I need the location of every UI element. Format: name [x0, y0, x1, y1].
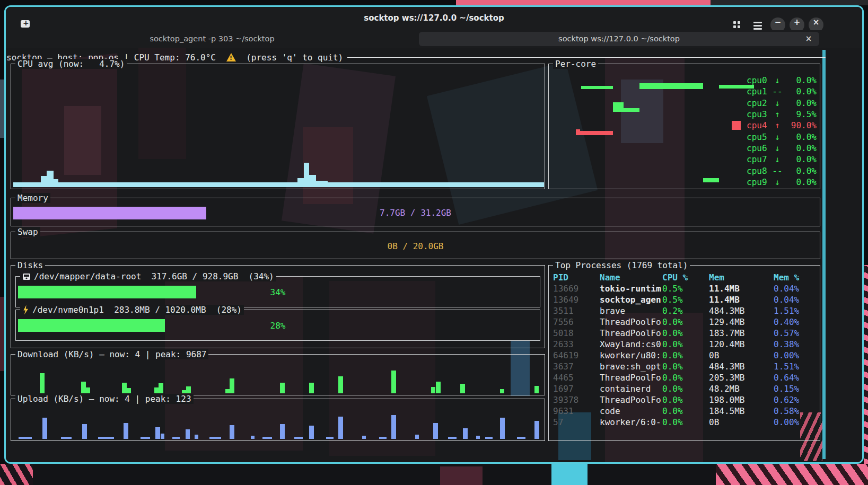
per-core-row: cpu9↓0.0%	[747, 177, 817, 188]
chart-bar	[338, 376, 343, 393]
per-core-row: cpu7↓0.0%	[747, 154, 817, 165]
chart-bar	[517, 437, 525, 439]
chart-bar	[433, 423, 438, 439]
chart-bar	[182, 390, 186, 393]
chart-bar	[338, 417, 343, 439]
chart-bar	[186, 429, 190, 439]
chart-bar	[379, 437, 387, 439]
chart-bar	[161, 434, 164, 439]
disk-data-root-title: /dev/mapper/data-root 317.6GB / 928.9GB …	[20, 271, 276, 281]
disk-nvme-panel: /dev/nvme0n1p1 283.8MB / 1020.0MB (28%) …	[15, 310, 540, 341]
chart-bar	[164, 186, 201, 187]
memory-title: Memory	[15, 193, 50, 203]
table-row: 57kworker/6:0-0.0%0B0.00%	[553, 417, 817, 428]
chart-bar	[304, 163, 309, 187]
core-sparkline-segment	[703, 178, 719, 182]
trend-arrow-icon: ↑	[770, 109, 785, 119]
chart-bar	[280, 424, 285, 439]
chart-bar	[61, 437, 72, 439]
table-row: 39378ThreadPoolFo0.0%198.0MB0.62%	[553, 394, 817, 405]
chart-bar	[13, 182, 544, 187]
trend-arrow-icon: ↓	[770, 132, 785, 142]
trend-arrow-icon: ↓	[770, 98, 785, 108]
disks-title: Disks	[15, 260, 45, 270]
disk-percent-label: 28%	[16, 321, 540, 331]
top-processes-panel: Top Processes (1769 total) PIDNameCPU %M…	[548, 265, 820, 441]
hard-disk-icon	[22, 273, 31, 280]
chart-bar	[316, 181, 328, 187]
tui-header-quit-hint: (press 'q' to quit)	[241, 52, 344, 63]
table-row: 7556ThreadPoolFo0.0%129.4MB0.40%	[553, 316, 817, 328]
chart-bar	[362, 436, 366, 439]
chart-bar	[98, 437, 114, 439]
tui-header: socktop — host: pop-os | CPU Temp: 76.0°…	[6, 52, 826, 63]
chart-bar	[209, 437, 221, 439]
trend-arrow-icon: ↓	[770, 75, 785, 85]
core-sparkline-segment	[624, 108, 639, 112]
trend-arrow-icon: --	[770, 166, 785, 176]
chart-bar	[230, 425, 234, 439]
top-processes-title: Top Processes (1769 total)	[553, 260, 690, 270]
chart-bar	[294, 437, 303, 439]
chart-bar	[460, 384, 465, 393]
chart-bar	[326, 437, 334, 439]
trend-arrow-icon: ↓	[770, 143, 785, 153]
chart-bar	[154, 387, 159, 393]
chart-bar	[172, 437, 180, 439]
per-core-row: cpu8--0.0%	[747, 165, 817, 176]
warning-triangle-icon	[226, 53, 236, 61]
chart-bar	[195, 435, 198, 439]
chart-bar	[534, 386, 539, 393]
chart-bar	[500, 389, 504, 393]
chart-bar	[352, 184, 363, 187]
chart-bar	[280, 383, 285, 393]
per-core-row: cpu1--0.0%	[747, 86, 817, 97]
per-core-row: cpu0↓0.0%	[747, 75, 817, 86]
upload-chart	[13, 400, 542, 439]
chart-bar	[500, 418, 505, 439]
chart-bar	[431, 387, 435, 393]
table-row: 64619kworker/u80:0.0%0B0.00%	[553, 350, 817, 361]
table-row: 13669tokio-runtim0.5%11.4MB0.04%	[553, 283, 817, 294]
chart-bar	[117, 186, 135, 187]
core-sparkline-segment	[581, 86, 613, 89]
core-sparkline-segment	[639, 83, 703, 89]
chart-bar	[42, 418, 47, 439]
per-core-row: cpu4↑90.0%	[747, 120, 817, 131]
chart-bar	[230, 378, 234, 393]
hot-core-block-icon	[732, 121, 741, 130]
chart-bar	[479, 183, 493, 187]
chart-bar	[309, 383, 314, 393]
per-core-panel: Per-core cpu0↓0.0%cpu1--0.0%cpu2↓0.0%cpu…	[548, 64, 820, 189]
core-sparkline-segment	[576, 129, 580, 135]
disk-nvme-title: /dev/nvme0n1p1 283.8MB / 1020.0MB (28%)	[20, 305, 244, 315]
chart-bar	[40, 373, 45, 393]
swap-title: Swap	[15, 227, 40, 237]
cpu-avg-panel: CPU avg (now: 4.7%)	[11, 64, 545, 189]
chart-bar	[391, 415, 396, 439]
chart-bar	[448, 437, 457, 439]
trend-arrow-icon: --	[770, 86, 785, 96]
chart-bar	[86, 387, 90, 393]
per-core-row: cpu3↑9.5%	[747, 109, 817, 120]
chart-bar	[391, 186, 400, 187]
chart-bar	[262, 437, 272, 439]
chart-bar	[391, 371, 396, 393]
memory-panel: Memory 7.7GB / 31.2GB	[11, 198, 820, 226]
download-panel: Download (KB/s) — now: 4 | peak: 9687	[11, 354, 545, 395]
table-row: 3637brave:sh_opt0.0%484.3MB1.51%	[553, 361, 817, 372]
per-core-row: cpu6↓0.0%	[747, 143, 817, 154]
chart-bar	[82, 424, 87, 439]
swap-panel: Swap 0B / 20.0GB	[11, 232, 820, 259]
table-row: 2633Xwayland:cs00.0%120.4MB0.38%	[553, 339, 817, 350]
chart-bar	[122, 383, 127, 393]
swap-usage-text: 0B / 20.0GB	[11, 241, 820, 251]
table-row: 1697containerd0.0%48.2MB0.15%	[553, 383, 817, 394]
chart-bar	[81, 382, 86, 393]
lightning-bolt-icon	[22, 305, 29, 315]
chart-bar	[534, 421, 539, 439]
chart-bar	[463, 428, 468, 439]
chart-bar	[124, 423, 128, 439]
chart-bar	[41, 176, 47, 187]
chart-bar	[436, 382, 441, 393]
